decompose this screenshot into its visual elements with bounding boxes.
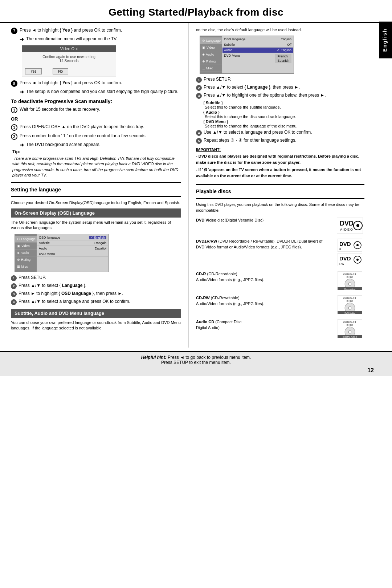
sidebar-3-language: ⊙Language: [200, 37, 222, 44]
divider-playable: [196, 184, 364, 185]
screen-mockup-1: Video Out Confirm again to use new setti…: [22, 45, 181, 77]
important-text-2: - If ' Ø 'appears on the TV screen when …: [196, 167, 364, 179]
menu-sidebar: ⊙Language ▣Video ◈Audio ⊕Rating ☰Misc: [15, 234, 37, 272]
or-step2-arrow-text: The DVD background screen appears.: [26, 142, 101, 147]
disc-dvd-rw-logo: DVD R DVD RW: [335, 239, 364, 266]
svg-text:DISC: DISC: [347, 324, 353, 326]
right-step-5: 5 Repeat steps ③ - ④ for other language …: [196, 138, 364, 144]
option-dvd-menu: { DVD Menu } Select this to change the l…: [203, 119, 364, 128]
divider-playable-2: [196, 198, 364, 199]
menu-row-audio: AudioEspañol: [37, 246, 108, 251]
dvd-r-svg: DVD R: [338, 239, 362, 252]
sidebar-3-misc: ☰Misc: [200, 65, 222, 72]
menu-inner-3: ⊙Language ▣Video ◈Audio ⊕Rating ☰Misc: [200, 36, 294, 73]
osd-header: On-Screen Display (OSD) Language: [11, 208, 181, 218]
step-7-text: Press ◄ to highlight { Yes } and press O…: [20, 27, 181, 33]
svg-text:COMPACT: COMPACT: [343, 273, 357, 275]
osd-step-3: 3 Press ► to highlight { OSD language },…: [11, 291, 181, 297]
main-content: 7 Press ◄ to highlight { Yes } and press…: [0, 23, 392, 348]
dvd-video-svg: DVD VIDEO: [337, 218, 363, 234]
svg-text:DISC: DISC: [347, 276, 353, 278]
playable-discs-title: Playable discs: [196, 188, 364, 194]
menu-content-3: OSD languageEnglish SubtitleOff Audio✓ E…: [222, 36, 294, 73]
menu-row-3-audio: Audio✓ English: [222, 48, 293, 53]
right-step-4-text: Use ▲/▼ to select a language and press O…: [204, 130, 312, 135]
step-8-arrow: ➜ The setup is now completed and you can…: [20, 89, 181, 95]
step-7-arrow: ➜ The reconfirmation menu will appear on…: [20, 36, 181, 42]
right-step-2-num: 2: [196, 85, 202, 91]
osd-step-3-text: Press ► to highlight { OSD language }, t…: [19, 291, 123, 296]
svg-text:COMPACT: COMPACT: [343, 321, 357, 323]
right-step-5-text: Repeat steps ③ - ④ for other language se…: [204, 138, 296, 143]
right-step-1-text: Press SETUP.: [204, 77, 231, 82]
or-label: OR: [11, 116, 181, 122]
right-step-3: 3 Press ▲/▼ to highlight one of the opti…: [196, 93, 364, 99]
sidebar-misc: ☰Misc: [15, 263, 37, 270]
menu-mockup-2: ⊙Language ▣Video ◈Audio ⊕Rating ☰Misc: [15, 234, 109, 272]
step-7-arrow-text: The reconfirmation menu will appear on t…: [26, 36, 117, 41]
svg-point-9: [356, 244, 359, 246]
right-step-4: 4 Use ▲/▼ to select a language and press…: [196, 130, 364, 136]
arrow-icon-2: ➜: [20, 89, 24, 95]
osd-step-1-num: 1: [11, 275, 17, 281]
right-step-1-num: 1: [196, 77, 202, 83]
svg-text:DVD: DVD: [339, 241, 351, 247]
menu-mockup-3-wrapper: ⊙Language ▣Video ◈Audio ⊕Rating ☰Misc: [200, 36, 364, 74]
setting-language-desc: Choose your desired On-Screen Display(OS…: [11, 200, 181, 206]
menu-row-3-dvdmenu: DVD Menu French Spanish: [222, 53, 293, 64]
dvd-rw-svg: DVD RW: [338, 253, 362, 266]
or-step2: 2 Press number button ' 1 ' on the remot…: [11, 133, 181, 140]
disc-cd-rw: CD-RW (CD-Rewritable)Audio/Video formats…: [196, 295, 364, 314]
osd-step-2-text: Press ▲/▼ to select { Language }.: [19, 283, 86, 288]
osd-step-4-text: Press ▲/▼ to select a language and press…: [19, 299, 130, 304]
important-text-1: - DVD discs and players are designed wit…: [196, 153, 364, 165]
disc-cd-rw-text: CD-RW (CD-Rewritable)Audio/Video formats…: [196, 295, 332, 307]
osd-step-2-num: 2: [11, 283, 17, 289]
screen-buttons: Yes No: [22, 66, 116, 77]
right-step-1: 1 Press SETUP.: [196, 77, 364, 83]
menu-mockup-2-wrapper: ⊙Language ▣Video ◈Audio ⊕Rating ☰Misc: [15, 234, 181, 272]
option-subtitle: { Subtitle } Select this to change the s…: [203, 101, 364, 109]
osd-setup-steps: 1 Press SETUP. 2 Press ▲/▼ to select { L…: [11, 275, 181, 305]
page-title: Getting Started/Playback from disc: [0, 0, 392, 23]
deactivate-step1-circle: 1: [11, 107, 17, 113]
arrow-icon-3: ➜: [20, 142, 24, 148]
subtitle-header: Subtitle, Audio and DVD Menu language: [11, 309, 181, 318]
osd-step-3-num: 3: [11, 291, 17, 297]
cd-rw-svg: COMPACT DISC ReWritable: [338, 295, 362, 314]
or-step1-circle: 1: [11, 124, 17, 131]
svg-text:Recordable: Recordable: [344, 288, 356, 290]
hint-text-1: Press ◄ to go back to previous menu item…: [168, 355, 251, 360]
left-column: 7 Press ◄ to highlight { Yes } and press…: [0, 23, 189, 348]
svg-text:VIDEO: VIDEO: [340, 228, 354, 231]
disc-audio-cd-text: Audio CD (Compact DiscDigital Audio): [196, 319, 332, 331]
menu-mockup-3: ⊙Language ▣Video ◈Audio ⊕Rating ☰Misc: [200, 36, 294, 74]
right-setup-steps: 1 Press SETUP. 2 Press ▲/▼ to select { L…: [196, 77, 364, 144]
svg-point-33: [348, 331, 351, 333]
disc-cd-r-text: CD-R (CD-Recordable)Audio/Video formats …: [196, 271, 332, 283]
playable-desc: Using this DVD player, you can playback …: [196, 202, 364, 213]
disc-cd-r-logo: COMPACT DISC Recordable: [335, 271, 364, 290]
no-button[interactable]: No: [53, 68, 68, 74]
option-audio: { Audio } Select this to change the disc…: [203, 110, 364, 119]
important-title: IMPORTANT!: [196, 147, 364, 152]
osd-step-2: 2 Press ▲/▼ to select { Language }.: [11, 283, 181, 289]
page-number: 12: [367, 367, 374, 374]
right-step-2-text: Press ▲/▼ to select { Language }, then p…: [204, 85, 300, 90]
tip-label: Tip:: [12, 149, 20, 154]
svg-text:DIGITAL AUDIO: DIGITAL AUDIO: [343, 336, 357, 338]
step-8: 8 Press ◄ to highlight { Yes } and press…: [11, 80, 181, 87]
disc-cd-rw-logo: COMPACT DISC ReWritable: [335, 295, 364, 314]
or-step2-circle: 2: [11, 133, 17, 140]
menu-sidebar-3: ⊙Language ▣Video ◈Audio ⊕Rating ☰Misc: [200, 36, 222, 73]
disc-dvd-video-text: DVD Video disc(Digital Versatile Disc): [196, 218, 332, 223]
svg-text:ReWritable: ReWritable: [344, 312, 355, 314]
step-8-arrow-text: The setup is now completed and you can s…: [26, 89, 179, 94]
yes-button[interactable]: Yes: [25, 68, 42, 74]
svg-point-14: [356, 259, 359, 261]
osd-step-4: 4 Press ▲/▼ to select a language and pre…: [11, 299, 181, 305]
svg-text:COMPACT: COMPACT: [343, 297, 357, 299]
step-8-text: Press ◄ to highlight { Yes } and press O…: [20, 80, 181, 86]
tip-section: Tip: -There are some progressive scan TV…: [12, 149, 181, 178]
menu-content-2: OSD language✓ English SubtitleFrançais A…: [37, 234, 109, 272]
